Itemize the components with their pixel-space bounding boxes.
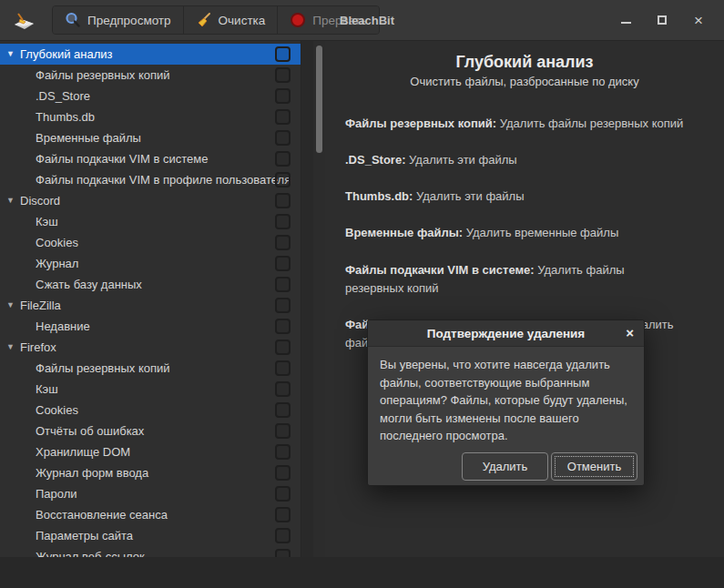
titlebar: Предпросмотр Очистка Прервать BleachBit … xyxy=(0,0,724,41)
tree-row[interactable]: Thumbs.db xyxy=(0,106,301,127)
cleaner-description: .DS_Store: Удалить эти файлы xyxy=(345,151,686,169)
tree-row[interactable]: ▼ FileZilla xyxy=(0,295,301,316)
tree-row-label: Восстановление сеанса xyxy=(36,508,168,522)
expander-icon[interactable]: ▼ xyxy=(6,301,15,309)
status-area xyxy=(0,557,724,588)
tree-row[interactable]: Журнал xyxy=(0,253,301,274)
cleaner-description-text: Удалить эти файлы xyxy=(409,153,517,167)
cleaner-description-text: Удалить временные файлы xyxy=(466,226,618,239)
tree-row[interactable]: Cookies xyxy=(0,232,301,253)
checkbox[interactable] xyxy=(275,340,291,355)
delete-confirmation-dialog: Подтверждение удаления × Вы уверены, что… xyxy=(367,319,645,486)
preview-button[interactable]: Предпросмотр xyxy=(53,6,183,34)
tree-row[interactable]: Восстановление сеанса xyxy=(0,504,301,525)
checkbox[interactable] xyxy=(275,172,291,188)
checkbox[interactable] xyxy=(275,88,291,104)
close-button[interactable]: × xyxy=(680,6,717,34)
tree-row[interactable]: ▼ Firefox xyxy=(0,337,301,358)
checkbox[interactable] xyxy=(275,381,291,397)
tree-row[interactable]: Файлы подкачки VIM в системе xyxy=(0,148,301,169)
checkbox[interactable] xyxy=(275,235,291,250)
tree-row-label: .DS_Store xyxy=(36,89,90,103)
panel-subtitle: Очистить файлы, разбросанные по диску xyxy=(325,75,724,88)
cleaner-tree: ▼ Глубокий анализ Файлы резервных копий … xyxy=(0,41,301,557)
tree-row[interactable]: .DS_Store xyxy=(0,86,301,106)
tree-row[interactable]: Файлы резервных копий xyxy=(0,358,301,379)
checkbox[interactable] xyxy=(275,528,291,543)
window-title: BleachBit xyxy=(340,0,394,40)
tree-row-label: Пароли xyxy=(36,487,77,501)
bleachbit-window: Предпросмотр Очистка Прервать BleachBit … xyxy=(0,0,724,588)
cleaner-description: Thumbs.db: Удалить эти файлы xyxy=(345,188,686,206)
checkbox[interactable] xyxy=(275,444,291,460)
checkbox[interactable] xyxy=(275,46,291,62)
cleaner-description: Файлы резервных копий: Удалить файлы рез… xyxy=(345,115,686,133)
checkbox[interactable] xyxy=(275,67,291,83)
checkbox[interactable] xyxy=(275,360,291,376)
tree-row[interactable]: Параметры сайта xyxy=(0,525,301,546)
cancel-button[interactable]: Отменить xyxy=(551,452,637,481)
checkbox[interactable] xyxy=(275,109,291,125)
tree-row-label: Cookies xyxy=(36,236,78,249)
tree-row-label: Cookies xyxy=(36,403,78,417)
checkbox[interactable] xyxy=(275,465,291,481)
tree-scrollbar[interactable] xyxy=(313,41,325,557)
tree-row[interactable]: Кэш xyxy=(0,211,301,232)
cleaner-description-term: Файлы подкачки VIM в системе: xyxy=(345,263,537,277)
checkbox[interactable] xyxy=(275,486,291,502)
checkbox[interactable] xyxy=(275,423,291,439)
checkbox[interactable] xyxy=(275,402,291,418)
tree-row[interactable]: Кэш xyxy=(0,379,301,400)
tree-row[interactable]: Журнал форм ввода xyxy=(0,462,301,483)
checkbox[interactable] xyxy=(275,319,291,334)
checkbox[interactable] xyxy=(275,256,291,271)
checkbox[interactable] xyxy=(275,151,291,167)
clean-button-label: Очистка xyxy=(219,14,266,27)
checkbox[interactable] xyxy=(275,130,291,146)
dialog-message: Вы уверены, что хотите навсегда удалить … xyxy=(368,347,644,445)
dialog-title: Подтверждение удаления xyxy=(427,327,586,340)
clean-button[interactable]: Очистка xyxy=(183,6,278,34)
pane-divider[interactable] xyxy=(301,41,313,557)
tree-row-label: Глубокий анализ xyxy=(20,47,113,61)
cleaner-description-term: Временные файлы: xyxy=(345,226,466,239)
checkbox[interactable] xyxy=(275,214,291,229)
tree-row-label: Файлы подкачки VIM в системе xyxy=(36,152,208,166)
dialog-close-icon[interactable]: × xyxy=(626,325,634,341)
tree-row[interactable]: Временные файлы xyxy=(0,127,301,148)
expander-icon[interactable]: ▼ xyxy=(6,50,15,58)
tree-row[interactable]: ▼ Глубокий анализ xyxy=(0,44,301,65)
expander-icon[interactable]: ▼ xyxy=(6,197,15,205)
checkbox[interactable] xyxy=(275,549,291,557)
delete-button[interactable]: Удалить xyxy=(462,452,548,481)
tree-row-label: Firefox xyxy=(20,340,56,354)
tree-row[interactable]: Cookies xyxy=(0,400,301,421)
checkbox[interactable] xyxy=(275,298,291,313)
tree-row-label: Сжать базу данных xyxy=(36,278,142,291)
checkbox[interactable] xyxy=(275,193,291,208)
checkbox[interactable] xyxy=(275,507,291,522)
tree-row[interactable]: Отчёты об ошибках xyxy=(0,421,301,441)
tree-row[interactable]: Недавние xyxy=(0,316,301,337)
toolbar: Предпросмотр Очистка Прервать xyxy=(52,5,380,35)
cleaner-description: Файлы подкачки VIM в системе: Удалить фа… xyxy=(345,261,686,298)
tree-row-label: Файлы резервных копий xyxy=(36,361,170,375)
checkbox[interactable] xyxy=(275,277,291,292)
tree-row-label: Кэш xyxy=(36,215,58,228)
tree-row-label: Временные файлы xyxy=(36,131,141,145)
tree-scrollbar-thumb[interactable] xyxy=(316,46,322,153)
expander-icon[interactable]: ▼ xyxy=(6,343,15,351)
tree-row[interactable]: Хранилище DOM xyxy=(0,441,301,462)
tree-row[interactable]: ▼ Discord xyxy=(0,190,301,211)
dialog-buttons: Удалить Отменить xyxy=(462,452,637,481)
tree-row[interactable]: Файлы резервных копий xyxy=(0,65,301,86)
minimize-button[interactable] xyxy=(607,6,644,34)
tree-row[interactable]: Журнал веб-ссылок xyxy=(0,546,301,557)
broom-icon xyxy=(196,12,212,28)
tree-row[interactable]: Пароли xyxy=(0,483,301,504)
tree-row[interactable]: Сжать базу данных xyxy=(0,274,301,295)
tree-row-label: Файлы подкачки VIM в профиле пользовател… xyxy=(36,173,291,187)
maximize-button[interactable] xyxy=(644,6,680,34)
tree-row-label: Thumbs.db xyxy=(36,110,95,124)
tree-row[interactable]: Файлы подкачки VIM в профиле пользовател… xyxy=(0,169,301,190)
